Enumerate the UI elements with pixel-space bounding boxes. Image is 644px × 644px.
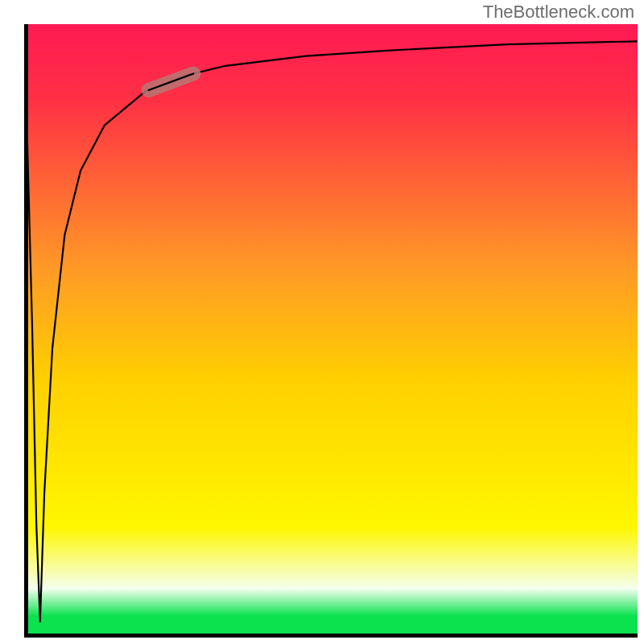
plot-svg — [24, 24, 638, 638]
watermark: TheBottleneck.com — [483, 2, 634, 23]
plot-container — [24, 24, 638, 638]
x-axis — [24, 634, 638, 638]
